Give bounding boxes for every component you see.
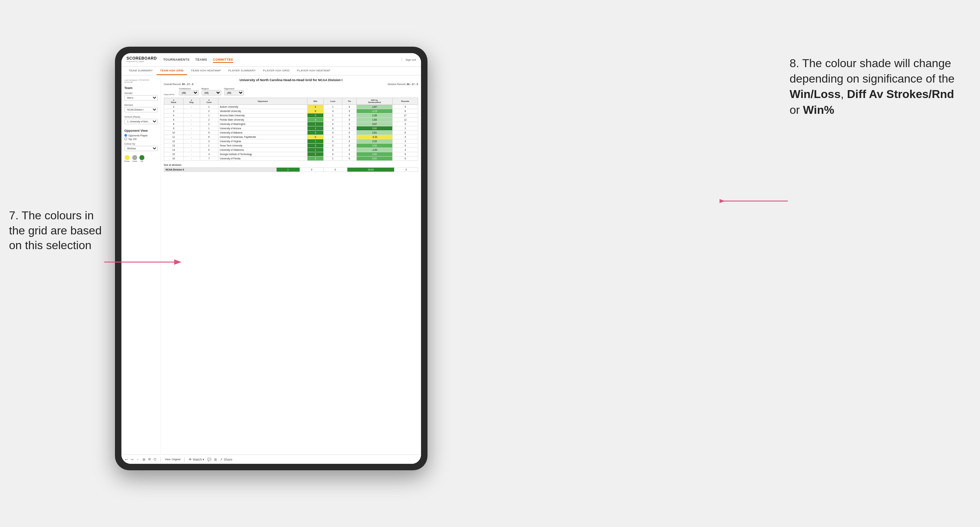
table-row: 11 - 6 University of Arkansas, Fayettevi… xyxy=(164,135,418,139)
cell-reg: - xyxy=(183,139,200,144)
col-diff: Diff AvStrokes/Rnd xyxy=(356,98,392,105)
cell-loss: 0 xyxy=(324,148,342,152)
division-select[interactable]: NCAA Division I xyxy=(124,107,158,113)
sign-out[interactable]: Sign out xyxy=(402,58,416,61)
cell-conf: 2 xyxy=(200,122,218,126)
ood-row: NCAA Division II 1 0 0 26.00 3 xyxy=(164,168,418,172)
cell-conf: 4 xyxy=(200,152,218,157)
region-select[interactable]: (All) xyxy=(202,90,221,95)
cell-conf: 7 xyxy=(200,157,218,161)
cell-loss: 0 xyxy=(324,139,342,144)
ood-division: NCAA Division II xyxy=(164,168,277,172)
cell-opponent: University of Virginia xyxy=(218,139,307,144)
nav-teams[interactable]: TEAMS xyxy=(196,57,207,63)
comment-btn[interactable]: 💬 xyxy=(207,458,211,461)
cell-reg: - xyxy=(183,131,200,135)
table-row: 2 - 1 Auburn University 2 1 0 1.67 9 xyxy=(164,105,418,109)
cell-rounds: 2 xyxy=(393,126,418,131)
ood-tie: 0 xyxy=(323,168,347,172)
clock-btn[interactable]: ⏱ xyxy=(153,458,157,461)
subnav-player-h2h-heatmap[interactable]: PLAYER H2H HEATMAP xyxy=(293,67,334,75)
cell-tie: 0 xyxy=(342,105,357,109)
division-record-label: Division Record: 88 - 17 - 0 xyxy=(388,83,418,86)
table-row: 15 - 4 Georgia Institute of Technology 5… xyxy=(164,152,418,157)
cell-conf: 0 xyxy=(200,148,218,152)
cell-rounds: 17 xyxy=(393,113,418,118)
col-conf: #Conf xyxy=(200,98,218,105)
nav-tournaments[interactable]: TOURNAMENTS xyxy=(163,57,189,63)
cell-opponent: Florida State University xyxy=(218,118,307,122)
copy-btn[interactable]: ⧉ xyxy=(148,457,151,461)
nav-fwd-btn[interactable]: ⊞ xyxy=(143,458,145,461)
table-row: 3 2 Vanderbilt University 0 4 0 -2.29 8 xyxy=(164,109,418,113)
cell-opponent: Arizona State University xyxy=(218,113,307,118)
legend-level-label: Level xyxy=(132,160,137,162)
logo-sub: Powered by clippd xyxy=(126,60,157,63)
table-row: 13 - 1 Texas Tech University 3 0 0 5.56 … xyxy=(164,144,418,148)
cell-opponent: University of Oklahoma xyxy=(218,148,307,152)
nav-committee[interactable]: COMMITTEE xyxy=(213,57,234,63)
radio-opponents-played[interactable]: Opponents Played xyxy=(124,134,158,137)
conference-select[interactable]: (All) xyxy=(179,90,199,95)
colour-by-select[interactable]: Win/loss xyxy=(124,146,158,151)
cell-conf: 1 xyxy=(200,144,218,148)
cell-conf: 6 xyxy=(200,135,218,139)
radio-top100[interactable]: Top 100 xyxy=(124,138,158,140)
cell-rank: 8 xyxy=(164,122,184,126)
cell-conf: 1 xyxy=(200,105,218,109)
opponent-select[interactable]: (All) xyxy=(224,90,244,95)
cell-loss: 0 xyxy=(324,152,342,157)
annotation-left-text: 7. The colours in the grid are based on … xyxy=(9,209,102,252)
annotation-bold3: Win% xyxy=(803,103,834,116)
cell-loss: 4 xyxy=(324,109,342,113)
cell-loss: 1 xyxy=(324,157,342,161)
cell-loss: 1 xyxy=(324,105,342,109)
col-opponent: Opponent xyxy=(218,98,307,105)
cell-diff: 2.28 xyxy=(356,113,392,118)
table-row: 14 - 0 University of Oklahoma 1 0 0 -1.0… xyxy=(164,148,418,152)
grid-btn[interactable]: ⊞ xyxy=(214,458,217,461)
cell-rank: 2 xyxy=(164,105,184,109)
cell-win: 5 xyxy=(307,152,323,157)
undo-btn[interactable]: ↩ xyxy=(125,458,128,461)
cell-reg xyxy=(183,109,200,113)
table-row: 6 - 2 Florida State University 4 2 0 1.8… xyxy=(164,118,418,122)
subnav-player-h2h-grid[interactable]: PLAYER H2H GRID xyxy=(259,67,293,75)
col-loss: Loss xyxy=(324,98,342,105)
cell-tie: 0 xyxy=(342,131,357,135)
table-row: 4 - 1 Arizona State University 5 1 0 2.2… xyxy=(164,113,418,118)
view-label: View: Original xyxy=(165,458,180,460)
cell-rank: 10 xyxy=(164,131,184,135)
cell-conf: 1 xyxy=(200,113,218,118)
subnav-player-summary[interactable]: PLAYER SUMMARY xyxy=(224,67,259,75)
nav-back-btn[interactable]: ← xyxy=(137,458,140,461)
cell-opponent: Vanderbilt University xyxy=(218,109,307,113)
region-filter: Region (All) xyxy=(202,87,221,95)
subnav-team-h2h-heatmap[interactable]: TEAM H2H HEATMAP xyxy=(187,67,224,75)
school-select[interactable]: 1. University of Nort... xyxy=(124,119,158,124)
gender-select[interactable]: Men's xyxy=(124,95,158,100)
cell-loss: 0 xyxy=(324,122,342,126)
watch-btn[interactable]: 👁 Watch ▾ xyxy=(189,458,204,461)
overall-record-label: Overall Record: 89 - 17 - 0 xyxy=(164,83,194,86)
legend-up-label: Up xyxy=(139,160,145,162)
cell-diff: 3.67 xyxy=(356,122,392,126)
ood-rounds: 3 xyxy=(395,168,418,172)
subnav-team-h2h-grid[interactable]: TEAM H2H GRID xyxy=(157,67,188,75)
cell-opponent: University of Florida xyxy=(218,157,307,161)
cell-rank: 11 xyxy=(164,135,184,139)
cell-win: 3 xyxy=(307,144,323,148)
out-of-division-header: Out of division xyxy=(164,164,418,166)
cell-tie: 0 xyxy=(342,144,357,148)
share-btn[interactable]: ↗ Share xyxy=(220,458,232,461)
opponents-filter-label: Opponents: xyxy=(164,93,175,95)
cell-rank: 14 xyxy=(164,148,184,152)
cell-rounds: 3 xyxy=(393,122,418,126)
grid-area: University of North Carolina Head-to-Hea… xyxy=(161,75,421,454)
redo-btn[interactable]: ↪ xyxy=(131,458,134,461)
cell-rank: 6 xyxy=(164,118,184,122)
subnav-team-summary[interactable]: TEAM SUMMARY xyxy=(125,67,157,75)
cell-diff: 5.56 xyxy=(356,144,392,148)
cell-rounds: 9 xyxy=(393,105,418,109)
app-header: SCOREBOARD Powered by clippd TOURNAMENTS… xyxy=(121,53,421,67)
